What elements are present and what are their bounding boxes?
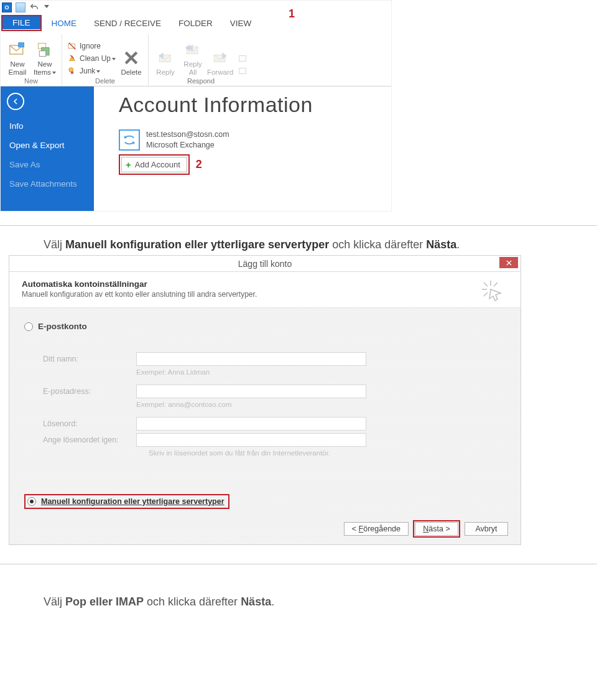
password-hint: Skriv in lösenordet som du fått från din… — [149, 449, 506, 457]
backstage-sidebar: Info Open & Export Save As Save Attachme… — [1, 86, 94, 211]
back-button[interactable] — [7, 93, 24, 110]
dialog-header-sub: Manuell konfiguration av ett konto eller… — [22, 290, 508, 299]
undo-icon[interactable] — [29, 2, 39, 12]
ribbon-group-delete: Ignore Clean Up Junk — [62, 34, 149, 86]
clean-up-button[interactable]: Clean Up — [66, 53, 117, 64]
tab-home[interactable]: HOME — [43, 14, 86, 32]
dialog-close-button[interactable] — [499, 257, 518, 268]
exchange-icon — [119, 129, 140, 151]
reply-button[interactable]: Reply — [152, 47, 178, 77]
add-account-highlight: + Add Account — [119, 154, 190, 175]
backstage-item-open-export[interactable]: Open & Export — [1, 136, 94, 155]
svg-rect-4 — [39, 51, 46, 57]
svg-line-21 — [484, 282, 488, 286]
send-receive-icon[interactable] — [16, 2, 25, 12]
annotation-step-1: 1 — [289, 7, 295, 21]
email-input[interactable] — [136, 385, 366, 398]
account-info-title: Account Information — [119, 93, 391, 117]
next-button[interactable]: Nästa > — [415, 522, 458, 536]
reply-icon — [155, 48, 175, 68]
account-type: Microsoft Exchange — [146, 140, 229, 151]
more-respond-button[interactable] — [237, 65, 249, 77]
ribbon-group-new: NewEmail NewItems New — [1, 34, 62, 86]
email-hint: Exempel: anna@contoso.com — [136, 401, 506, 408]
svg-rect-15 — [239, 56, 246, 62]
meeting-button[interactable] — [237, 53, 249, 64]
svg-rect-1 — [19, 43, 24, 47]
tab-folder[interactable]: FOLDER — [170, 14, 221, 32]
svg-point-9 — [71, 71, 73, 73]
radio-checked-icon[interactable] — [27, 497, 36, 506]
reply-all-icon — [183, 40, 203, 60]
new-email-button[interactable]: NewEmail — [4, 39, 30, 77]
reply-all-label: ReplyAll — [183, 60, 201, 77]
backstage-item-info[interactable]: Info — [1, 116, 94, 136]
account-email: test.testson@stosn.com — [146, 129, 229, 140]
radio-email-label: E-postkonto — [38, 322, 87, 331]
svg-line-22 — [494, 282, 497, 286]
back-button-dialog[interactable]: < Föregående — [344, 522, 409, 536]
add-account-dialog: Lägg till konto Automatiska kontoinställ… — [9, 255, 521, 545]
dialog-header: Automatiska kontoinställningar Manuell k… — [9, 272, 521, 308]
backstage-view: Info Open & Export Save As Save Attachme… — [1, 86, 391, 211]
more-icon — [238, 66, 248, 76]
delete-button[interactable]: Delete — [118, 47, 144, 77]
new-items-icon — [35, 40, 55, 60]
forward-icon — [210, 48, 230, 68]
reply-all-button[interactable]: ReplyAll — [180, 39, 206, 77]
name-input[interactable] — [136, 352, 366, 366]
password2-input[interactable] — [136, 433, 366, 447]
password-label: Lösenord: — [43, 419, 136, 428]
tab-view[interactable]: VIEW — [221, 14, 261, 32]
dialog-header-title: Automatiska kontoinställningar — [22, 279, 508, 289]
radio-icon — [24, 322, 33, 331]
name-label: Ditt namn: — [43, 355, 136, 363]
reply-label: Reply — [156, 68, 174, 77]
section-divider — [0, 225, 597, 226]
new-items-label: NewItems — [34, 60, 56, 77]
radio-email-account[interactable]: E-postkonto — [24, 322, 506, 331]
backstage-item-save-as[interactable]: Save As — [1, 155, 94, 174]
clean-up-icon — [67, 54, 77, 63]
ignore-label: Ignore — [80, 42, 101, 50]
outlook-logo-icon: O — [2, 2, 12, 12]
file-tab-highlight: FILE — [1, 15, 42, 31]
dialog-button-row: < Föregående Nästa > Avbryt — [344, 522, 508, 536]
password2-label: Ange lösenordet igen: — [43, 436, 136, 444]
dialog-body: E-postkonto Ditt namn: Exempel: Anna Lid… — [9, 308, 521, 544]
ribbon-tabs: FILE HOME SEND / RECEIVE FOLDER VIEW — [1, 14, 391, 32]
outlook-screenshot: 1 O FILE HOME SEND / RECEIVE FOLDER VIEW — [0, 0, 597, 212]
name-hint: Exempel: Anna Lidman — [136, 368, 506, 376]
new-items-button[interactable]: NewItems — [32, 39, 58, 77]
tab-file[interactable]: FILE — [2, 16, 40, 29]
email-label: E-postadress: — [43, 387, 136, 396]
cursor-click-icon — [479, 278, 504, 305]
quick-access-toolbar: O — [1, 1, 391, 14]
ignore-button[interactable]: Ignore — [66, 40, 117, 52]
backstage-content: Account Information test.testson@stosn.c… — [94, 86, 391, 211]
ignore-icon — [67, 41, 77, 51]
group-label-new: New — [24, 77, 38, 86]
svg-rect-16 — [239, 68, 246, 74]
radio-manual-label[interactable]: Manuell konfiguration eller ytterligare … — [41, 497, 224, 506]
add-account-label: Add Account — [135, 160, 180, 169]
cancel-button[interactable]: Avbryt — [465, 522, 508, 536]
tab-send-receive[interactable]: SEND / RECEIVE — [85, 14, 170, 32]
junk-button[interactable]: Junk — [66, 65, 117, 77]
backstage-item-save-attachments[interactable]: Save Attachments — [1, 174, 94, 194]
email-account-form: Ditt namn: Exempel: Anna Lidman E-postad… — [43, 352, 506, 457]
qat-dropdown-icon[interactable] — [44, 5, 49, 10]
envelope-icon — [7, 40, 27, 60]
dialog-titlebar: Lägg till konto — [9, 256, 521, 272]
forward-label: Forward — [207, 68, 233, 77]
junk-icon — [67, 66, 77, 76]
forward-button[interactable]: Forward — [207, 47, 233, 77]
new-email-label: NewEmail — [9, 60, 27, 77]
group-label-delete: Delete — [95, 77, 115, 86]
ribbon-group-respond: Reply ReplyAll Forward Respond — [149, 34, 253, 86]
delete-label: Delete — [121, 68, 141, 77]
password-input[interactable] — [136, 417, 366, 431]
add-account-button[interactable]: + Add Account — [121, 157, 187, 172]
instruction-text-1: Välj Manuell konfiguration eller ytterli… — [0, 238, 597, 255]
junk-label: Junk — [80, 67, 100, 75]
